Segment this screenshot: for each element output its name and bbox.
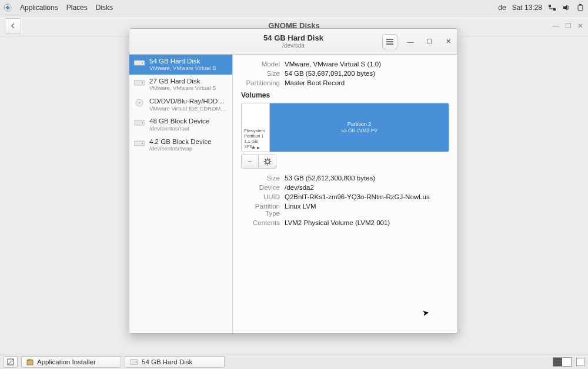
value-puuid: Q2BnlT-RKs1-zm96-YQ3o-RNtm-RzGJ-NowLus bbox=[285, 193, 449, 200]
device-item-cdrom[interactable]: CD/DVD/Blu-Ray/HDDVD Drive VMware Virtua… bbox=[129, 95, 232, 115]
svg-point-10 bbox=[139, 102, 141, 104]
device-subtitle: /dev/centos/root bbox=[149, 126, 209, 132]
svg-rect-13 bbox=[134, 141, 145, 146]
delete-partition-button[interactable]: − bbox=[241, 155, 259, 169]
header-title: 54 GB Hard Disk bbox=[263, 34, 323, 42]
device-list[interactable]: 54 GB Hard Disk VMware, VMware Virtual S… bbox=[129, 55, 233, 333]
partition-1-line2: Partition 1 bbox=[244, 133, 267, 139]
show-desktop-button[interactable] bbox=[4, 356, 18, 368]
detail-pane: ModelVMware, VMware Virtual S (1.0) Size… bbox=[233, 55, 457, 333]
svg-point-15 bbox=[265, 160, 269, 163]
svg-rect-1 bbox=[549, 5, 551, 7]
device-subtitle: VMware, VMware Virtual S bbox=[149, 65, 216, 72]
svg-rect-4 bbox=[579, 4, 582, 5]
taskbar-item-label: Application Installer bbox=[37, 358, 96, 365]
device-title: 4.2 GB Block Device bbox=[149, 138, 211, 146]
label-size: Size bbox=[241, 70, 285, 77]
activities-icon[interactable] bbox=[4, 4, 12, 12]
svg-line-23 bbox=[269, 159, 270, 159]
header-subtitle: /dev/sda bbox=[263, 42, 323, 49]
back-button[interactable] bbox=[5, 18, 21, 33]
svg-point-8 bbox=[142, 82, 143, 83]
value-pdevice: /dev/sda2 bbox=[285, 184, 449, 191]
svg-point-14 bbox=[142, 143, 143, 144]
svg-rect-3 bbox=[578, 5, 583, 11]
taskbar-item-disks[interactable]: 54 GB Hard Disk bbox=[125, 356, 225, 368]
label-ptype: Partition Type bbox=[241, 203, 285, 217]
partition-1[interactable]: Filesystem Partition 1 1.1 GB XFS ★ ▸ bbox=[242, 103, 270, 152]
svg-point-27 bbox=[136, 361, 137, 363]
label-partitioning: Partitioning bbox=[241, 79, 285, 86]
value-partitioning: Master Boot Record bbox=[285, 79, 449, 86]
label-pdevice: Device bbox=[241, 184, 285, 191]
partition-1-line1: Filesystem bbox=[244, 128, 267, 133]
volume-toolbar: − bbox=[241, 155, 449, 169]
optical-disc-icon bbox=[134, 99, 145, 107]
device-subtitle: VMware Virtual IDE CDROM Drive bbox=[149, 106, 228, 112]
partition-2[interactable]: Partition 2 53 GB LVM2 PV bbox=[270, 103, 449, 152]
svg-point-6 bbox=[142, 62, 143, 63]
hdd-icon bbox=[134, 119, 145, 127]
device-title: 27 GB Hard Disk bbox=[149, 78, 216, 85]
device-title: 54 GB Hard Disk bbox=[149, 58, 216, 65]
tray-placeholder-icon[interactable] bbox=[576, 358, 584, 366]
partition-2-title: Partition 2 bbox=[348, 121, 372, 128]
device-title: CD/DVD/Blu-Ray/HDDVD Drive bbox=[149, 98, 228, 105]
svg-line-21 bbox=[269, 163, 270, 164]
top-panel: Applications Places Disks de Sat 13:28 bbox=[0, 0, 588, 15]
window-minimize-icon[interactable]: — bbox=[405, 36, 416, 48]
volume-icon[interactable] bbox=[562, 4, 570, 12]
power-icon[interactable] bbox=[576, 4, 584, 12]
shell-maximize-icon[interactable]: ☐ bbox=[565, 22, 572, 30]
svg-line-22 bbox=[265, 163, 265, 164]
hdd-icon bbox=[134, 139, 145, 147]
taskbar-item-installer[interactable]: Application Installer bbox=[21, 356, 121, 368]
svg-rect-7 bbox=[134, 80, 145, 85]
value-pcontents: LVM2 Physical Volume (LVM2 001) bbox=[285, 219, 449, 226]
network-icon[interactable] bbox=[548, 4, 556, 12]
volume-map[interactable]: Filesystem Partition 1 1.1 GB XFS ★ ▸ Pa… bbox=[241, 103, 449, 152]
svg-rect-5 bbox=[134, 61, 145, 65]
hdd-icon bbox=[134, 59, 145, 67]
label-psize: Size bbox=[241, 175, 285, 182]
svg-rect-25 bbox=[27, 360, 33, 365]
svg-line-20 bbox=[265, 159, 265, 159]
label-pcontents: Contents bbox=[241, 219, 285, 226]
shell-minimize-icon[interactable]: — bbox=[552, 22, 559, 30]
hdd-icon bbox=[130, 359, 138, 365]
partition-options-button[interactable] bbox=[259, 155, 276, 169]
menu-applications[interactable]: Applications bbox=[20, 4, 58, 12]
device-subtitle: /dev/centos/swap bbox=[149, 146, 211, 152]
disks-window: 54 GB Hard Disk /dev/sda — ☐ ✕ 54 GB Har… bbox=[129, 28, 458, 334]
shell-close-icon[interactable]: ✕ bbox=[577, 22, 583, 30]
menu-disks[interactable]: Disks bbox=[96, 4, 113, 12]
keyboard-layout-indicator[interactable]: de bbox=[498, 4, 506, 12]
device-title: 48 GB Block Device bbox=[149, 118, 209, 125]
clock[interactable]: Sat 13:28 bbox=[512, 4, 542, 12]
boot-star-icon: ★ ▸ bbox=[242, 145, 269, 150]
disks-headerbar: 54 GB Hard Disk /dev/sda — ☐ ✕ bbox=[129, 29, 457, 55]
taskbar-item-label: 54 GB Hard Disk bbox=[142, 358, 192, 365]
menu-places[interactable]: Places bbox=[66, 4, 88, 12]
window-close-icon[interactable]: ✕ bbox=[442, 36, 454, 48]
device-item-sda[interactable]: 54 GB Hard Disk VMware, VMware Virtual S bbox=[129, 55, 232, 75]
workspace-switcher[interactable] bbox=[553, 357, 572, 367]
hdd-icon bbox=[134, 79, 145, 87]
label-model: Model bbox=[241, 61, 285, 68]
value-ptype: Linux LVM bbox=[285, 203, 449, 217]
value-psize: 53 GB (52,612,300,800 bytes) bbox=[285, 175, 449, 182]
label-puuid: UUID bbox=[241, 193, 285, 200]
device-item-sdb[interactable]: 27 GB Hard Disk VMware, VMware Virtual S bbox=[129, 75, 232, 95]
svg-point-12 bbox=[142, 122, 143, 123]
device-item-centos-root[interactable]: 48 GB Block Device /dev/centos/root bbox=[129, 115, 232, 135]
package-icon bbox=[26, 358, 34, 365]
bottom-panel: Application Installer 54 GB Hard Disk bbox=[0, 354, 588, 369]
partition-2-sub: 53 GB LVM2 PV bbox=[341, 128, 377, 134]
hamburger-menu-button[interactable] bbox=[382, 34, 397, 49]
value-size: 54 GB (53,687,091,200 bytes) bbox=[285, 70, 449, 77]
value-model: VMware, VMware Virtual S (1.0) bbox=[285, 61, 449, 68]
device-item-centos-swap[interactable]: 4.2 GB Block Device /dev/centos/swap bbox=[129, 135, 232, 155]
window-maximize-icon[interactable]: ☐ bbox=[423, 36, 435, 48]
volumes-heading: Volumes bbox=[241, 91, 449, 99]
svg-rect-11 bbox=[134, 120, 145, 125]
